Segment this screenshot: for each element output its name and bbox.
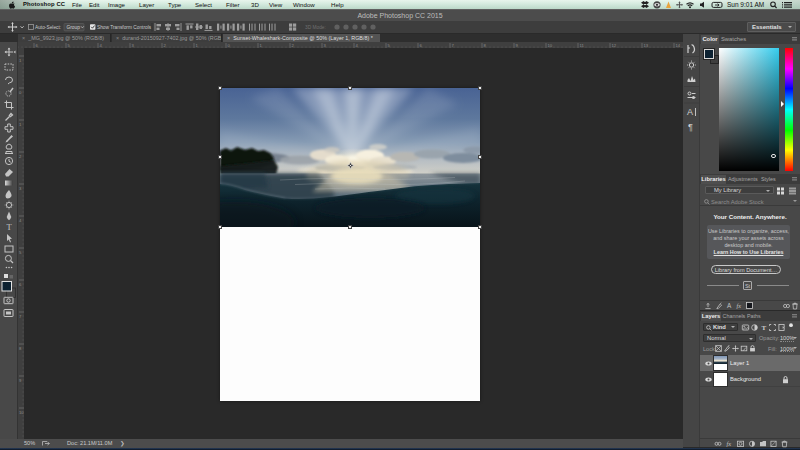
svg-text:fx: fx [727, 440, 732, 447]
svg-text:¶: ¶ [688, 121, 693, 131]
svg-text:3D Mode:: 3D Mode: [305, 25, 326, 30]
svg-text:A: A [727, 302, 732, 309]
svg-text:fx: fx [737, 302, 742, 309]
svg-text:Group: Group [67, 25, 81, 30]
svg-text:T: T [762, 324, 767, 332]
svg-text:Show Transform Controls: Show Transform Controls [97, 25, 152, 30]
svg-text:Auto-Select:: Auto-Select: [35, 25, 61, 30]
svg-text:A: A [687, 107, 693, 117]
svg-text:T: T [6, 222, 12, 232]
